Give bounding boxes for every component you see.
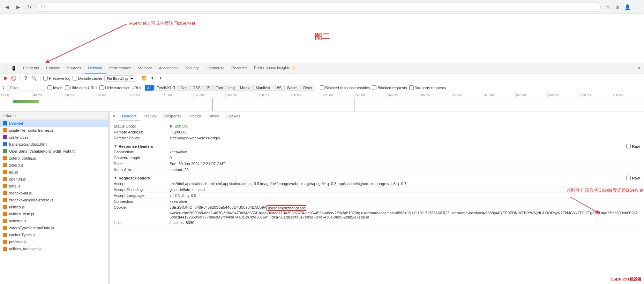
invert-checkbox[interactable]: Invert [47,85,63,90]
filter-manifest[interactable]: Manifest [253,85,273,91]
request-raw-input[interactable] [626,176,631,180]
list-item[interactable]: translateSandbox.html [0,141,108,148]
import-button[interactable]: ⬆ [149,75,156,82]
annotation-fig-text: 图二 [314,31,330,42]
tab-recorder[interactable]: Recorder [228,63,250,74]
tab-performance-insights[interactable]: Performance insights ⚡ [250,63,299,74]
list-item[interactable]: date.js [0,183,108,190]
filter-icon-button[interactable]: ⊽ [23,75,29,82]
timeline-content [0,98,644,112]
back-button[interactable]: ◀ [3,3,11,11]
menu-button[interactable]: ⋮ [633,3,641,11]
details-close-button[interactable]: ✕ [112,114,116,119]
tab-lighthouse[interactable]: Lighthouse [202,63,228,74]
details-tab-timing[interactable]: Timing [204,112,223,121]
device-icon[interactable]: 📱 [10,65,17,71]
details-tab-headers[interactable]: Headers [119,112,140,121]
tab-console[interactable]: Console [43,63,63,74]
details-tab-preview[interactable]: Preview [140,112,161,121]
inspect-icon[interactable]: ⬚ [3,65,9,71]
list-item[interactable]: api.js [0,169,108,176]
list-item[interactable]: OpenSans_VariableFont_wdth_wght.ttf [0,148,108,155]
hide-extension-input[interactable] [99,85,104,90]
tab-elements[interactable]: Elements [20,63,43,74]
wifi-icon[interactable]: 📶 [141,75,147,82]
invert-checkbox-input[interactable] [47,85,52,90]
zoom-button[interactable]: ⊕ [613,3,622,11]
details-tab-response[interactable]: Response [161,112,185,121]
tab-application[interactable]: Application [156,63,181,74]
request-headers-section[interactable]: ▼ Request Headers Raw [114,174,640,181]
filter-media[interactable]: Media [238,85,253,91]
list-item[interactable]: utilities_translate.js [0,245,108,252]
list-item[interactable]: zoteroTypeSchemaData.js [0,224,108,231]
filter-other[interactable]: Other [300,85,315,91]
timeline-tick: 340 ms [515,92,547,98]
list-item[interactable]: utilities_item.js [0,210,108,217]
hide-extension-checkbox[interactable]: Hide extension URLs [99,85,141,90]
clear-button[interactable]: 🚫 [10,75,17,82]
list-item[interactable]: cachedTypes.js [0,231,108,238]
filter-all[interactable]: All [145,85,154,91]
address-bar[interactable]: ⓘ localhost:8080/CookieSession/bServlet [36,2,601,12]
list-item[interactable]: zotero.js [0,162,108,169]
details-tab-initiator[interactable]: Initiator [185,112,204,121]
search-icon-button[interactable]: 🔍 [31,75,37,82]
list-item[interactable]: openuri.js [0,176,108,183]
list-item[interactable]: xregexp-all.js [0,190,108,197]
blocked-requests-checkbox[interactable]: Blocked requests [372,85,407,90]
response-headers-section[interactable]: ▼ Response Headers Raw [114,143,640,149]
tab-sources[interactable]: Sources [63,63,84,74]
blocked-requests-input[interactable] [372,85,376,90]
hide-data-urls-checkbox[interactable]: Hide data URLs [65,85,98,90]
disable-cache-checkbox[interactable]: Disable cache [73,76,102,80]
tab-memory[interactable]: Memory [135,63,156,74]
filter-css[interactable]: CSS [190,85,203,91]
disable-cache-input[interactable] [73,76,77,80]
list-item[interactable]: schema.js [0,217,108,224]
profile-button[interactable]: 👤 [623,3,631,11]
list-item[interactable]: xregexp-unicode-zotero.js [0,197,108,204]
bookmark-button[interactable]: ☆ [604,3,612,11]
svg-rect-17 [3,233,7,237]
connection-resp-row: Connection: keep-alive [114,149,640,155]
list-item[interactable]: single-file-hooks-frames.js [0,127,108,134]
blocked-response-input[interactable] [320,85,324,90]
filter-doc[interactable]: Doc [178,85,190,91]
filter-js[interactable]: JS [203,85,213,91]
response-raw-input[interactable] [626,144,631,148]
filter-ws[interactable]: WS [273,85,284,91]
blocked-response-checkbox[interactable]: Blocked response cookies [320,85,370,90]
refresh-button[interactable]: ↻ [25,3,33,11]
tab-performance[interactable]: Performance [106,63,135,74]
devtools-more-tabs[interactable]: ⋮ [631,66,635,71]
third-party-checkbox[interactable]: 3rd-party requests [409,85,446,90]
filter-img[interactable]: Img [226,85,237,91]
filter-font[interactable]: Font [213,85,226,91]
hide-data-urls-input[interactable] [65,85,69,90]
url-input[interactable]: localhost:8080/CookieSession/bServlet [47,5,596,9]
export-button[interactable]: ⬇ [158,75,164,82]
list-item[interactable]: promise.js [0,238,108,245]
third-party-input[interactable] [409,85,414,90]
filter-fetch-xhr[interactable]: Fetch/XHR [154,85,178,91]
devtools-close[interactable]: ✕ [637,66,641,71]
cookie-row: Cookie: JSESSIONID=540F84562033E54468D4B… [114,205,640,220]
forward-button[interactable]: ▶ [14,3,22,11]
response-raw-checkbox[interactable]: Raw [626,144,640,148]
tab-security[interactable]: Security [181,63,202,74]
list-item[interactable]: bServlet [0,120,108,127]
filter-input[interactable] [7,85,45,91]
list-item[interactable]: utilities.js [0,204,108,210]
preserve-log-input[interactable] [43,76,48,80]
record-button[interactable]: ⏺ [2,75,8,82]
list-item[interactable]: zotero_config.js [0,155,108,162]
list-item[interactable]: content.css [0,134,108,141]
preserve-log-checkbox[interactable]: Preserve log [43,76,70,80]
tab-network[interactable]: Network [85,63,106,74]
throttling-select[interactable]: No throttling [104,75,135,82]
filter-wasm[interactable]: Wasm [284,85,300,91]
details-tab-cookies[interactable]: Cookies [223,112,244,121]
file-panel-sort-icon[interactable]: ↕ [2,114,4,118]
request-raw-checkbox[interactable]: Raw [626,176,640,180]
